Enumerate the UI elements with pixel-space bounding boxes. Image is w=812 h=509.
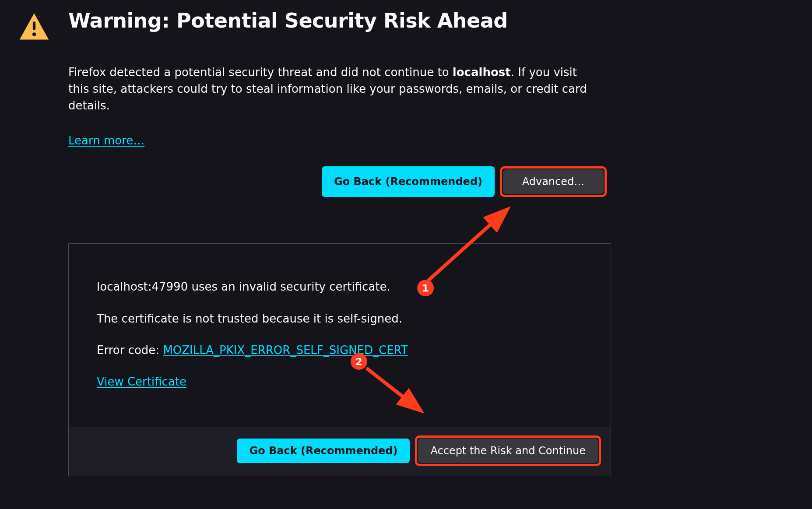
advanced-details-panel: localhost:47990 uses an invalid security… bbox=[68, 243, 611, 476]
svg-line-3 bbox=[428, 211, 506, 281]
svg-point-1 bbox=[32, 32, 36, 36]
learn-more-link[interactable]: Learn more… bbox=[68, 134, 144, 147]
svg-line-5 bbox=[366, 368, 419, 409]
advanced-button[interactable]: Advanced… bbox=[503, 169, 604, 194]
warning-triangle-icon bbox=[18, 11, 51, 44]
annotation-highlight-advanced: Advanced… bbox=[500, 166, 607, 197]
description-before: Firefox detected a potential security th… bbox=[68, 66, 453, 79]
view-certificate-link[interactable]: View Certificate bbox=[97, 375, 186, 388]
go-back-button[interactable]: Go Back (Recommended) bbox=[322, 166, 495, 197]
annotation-arrow-2 bbox=[353, 362, 432, 419]
page-title: Warning: Potential Security Risk Ahead bbox=[68, 9, 611, 33]
annotation-highlight-accept: Accept the Risk and Continue bbox=[415, 435, 601, 466]
error-code-link[interactable]: MOZILLA_PKIX_ERROR_SELF_SIGNED_CERT bbox=[163, 344, 408, 357]
description-text: Firefox detected a potential security th… bbox=[68, 64, 598, 114]
svg-rect-0 bbox=[33, 21, 35, 30]
error-code-prefix: Error code: bbox=[97, 344, 163, 357]
cert-message-2: The certificate is not trusted because i… bbox=[97, 311, 583, 326]
go-back-button-footer[interactable]: Go Back (Recommended) bbox=[237, 439, 410, 463]
error-code-line: Error code: MOZILLA_PKIX_ERROR_SELF_SIGN… bbox=[97, 342, 583, 358]
description-host: localhost bbox=[453, 66, 511, 79]
annotation-arrow-1 bbox=[410, 202, 524, 285]
accept-risk-button[interactable]: Accept the Risk and Continue bbox=[418, 439, 598, 463]
